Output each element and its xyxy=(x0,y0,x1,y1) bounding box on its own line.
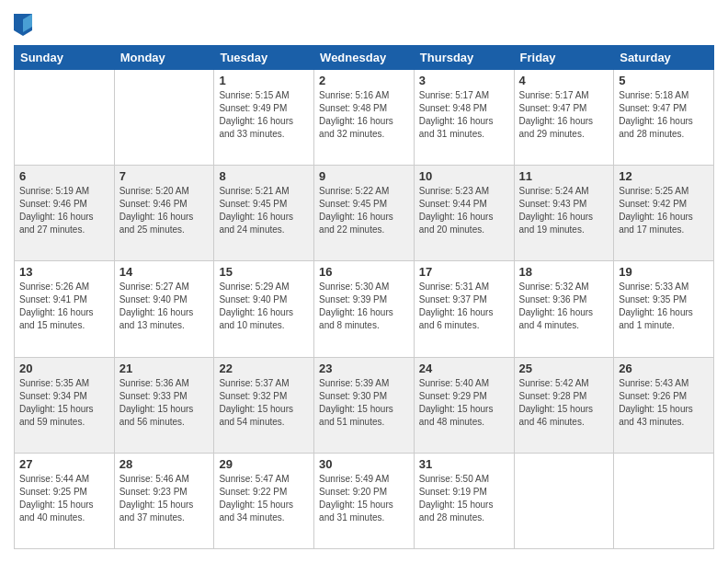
day-info: Sunrise: 5:46 AM Sunset: 9:23 PM Dayligh… xyxy=(119,473,210,524)
day-info: Sunrise: 5:18 AM Sunset: 9:47 PM Dayligh… xyxy=(619,89,709,141)
day-number: 12 xyxy=(619,169,709,183)
day-info: Sunrise: 5:43 AM Sunset: 9:26 PM Dayligh… xyxy=(619,377,709,429)
day-cell: 19Sunrise: 5:33 AM Sunset: 9:35 PM Dayli… xyxy=(614,261,714,357)
day-cell: 1Sunrise: 5:15 AM Sunset: 9:49 PM Daylig… xyxy=(214,70,314,166)
day-info: Sunrise: 5:22 AM Sunset: 9:45 PM Dayligh… xyxy=(319,185,409,236)
day-cell xyxy=(114,70,214,166)
day-number: 17 xyxy=(419,265,509,279)
day-number: 1 xyxy=(219,74,309,87)
weekday-header-thursday: Thursday xyxy=(414,46,514,70)
day-info: Sunrise: 5:27 AM Sunset: 9:40 PM Dayligh… xyxy=(119,281,210,332)
day-number: 11 xyxy=(519,169,609,183)
week-row-4: 20Sunrise: 5:35 AM Sunset: 9:34 PM Dayli… xyxy=(15,357,714,453)
day-cell: 28Sunrise: 5:46 AM Sunset: 9:23 PM Dayli… xyxy=(114,453,214,548)
day-info: Sunrise: 5:20 AM Sunset: 9:46 PM Dayligh… xyxy=(119,185,210,236)
day-cell: 7Sunrise: 5:20 AM Sunset: 9:46 PM Daylig… xyxy=(114,166,214,261)
day-cell: 10Sunrise: 5:23 AM Sunset: 9:44 PM Dayli… xyxy=(414,166,514,261)
day-cell: 27Sunrise: 5:44 AM Sunset: 9:25 PM Dayli… xyxy=(15,453,115,548)
day-number: 31 xyxy=(419,457,509,471)
day-info: Sunrise: 5:37 AM Sunset: 9:32 PM Dayligh… xyxy=(219,377,309,429)
day-cell: 29Sunrise: 5:47 AM Sunset: 9:22 PM Dayli… xyxy=(214,453,314,548)
day-info: Sunrise: 5:23 AM Sunset: 9:44 PM Dayligh… xyxy=(419,185,509,236)
day-cell: 9Sunrise: 5:22 AM Sunset: 9:45 PM Daylig… xyxy=(314,166,415,261)
day-info: Sunrise: 5:32 AM Sunset: 9:36 PM Dayligh… xyxy=(519,281,609,332)
day-number: 30 xyxy=(319,457,409,471)
page: SundayMondayTuesdayWednesdayThursdayFrid… xyxy=(0,0,728,563)
day-number: 18 xyxy=(519,265,609,279)
day-number: 2 xyxy=(319,74,409,87)
day-cell: 14Sunrise: 5:27 AM Sunset: 9:40 PM Dayli… xyxy=(114,261,214,357)
day-cell: 23Sunrise: 5:39 AM Sunset: 9:30 PM Dayli… xyxy=(314,357,415,453)
day-number: 15 xyxy=(219,265,309,279)
day-info: Sunrise: 5:29 AM Sunset: 9:40 PM Dayligh… xyxy=(219,281,309,332)
day-cell: 20Sunrise: 5:35 AM Sunset: 9:34 PM Dayli… xyxy=(15,357,115,453)
day-cell: 5Sunrise: 5:18 AM Sunset: 9:47 PM Daylig… xyxy=(614,70,714,166)
day-cell: 8Sunrise: 5:21 AM Sunset: 9:45 PM Daylig… xyxy=(214,166,314,261)
day-info: Sunrise: 5:24 AM Sunset: 9:43 PM Dayligh… xyxy=(519,185,609,236)
day-cell: 26Sunrise: 5:43 AM Sunset: 9:26 PM Dayli… xyxy=(614,357,714,453)
day-info: Sunrise: 5:42 AM Sunset: 9:28 PM Dayligh… xyxy=(519,377,609,429)
day-number: 29 xyxy=(219,457,309,471)
day-cell: 15Sunrise: 5:29 AM Sunset: 9:40 PM Dayli… xyxy=(214,261,314,357)
day-number: 13 xyxy=(19,265,109,279)
day-cell: 31Sunrise: 5:50 AM Sunset: 9:19 PM Dayli… xyxy=(414,453,514,548)
day-cell xyxy=(614,453,714,548)
week-row-1: 1Sunrise: 5:15 AM Sunset: 9:49 PM Daylig… xyxy=(15,70,714,166)
day-cell: 30Sunrise: 5:49 AM Sunset: 9:20 PM Dayli… xyxy=(314,453,415,548)
day-info: Sunrise: 5:33 AM Sunset: 9:35 PM Dayligh… xyxy=(619,281,709,332)
weekday-header-tuesday: Tuesday xyxy=(214,46,314,70)
day-number: 4 xyxy=(519,74,609,87)
day-info: Sunrise: 5:19 AM Sunset: 9:46 PM Dayligh… xyxy=(19,185,109,236)
day-info: Sunrise: 5:49 AM Sunset: 9:20 PM Dayligh… xyxy=(319,473,409,524)
weekday-header-monday: Monday xyxy=(114,46,214,70)
day-number: 24 xyxy=(419,362,509,375)
day-number: 23 xyxy=(319,362,409,375)
day-number: 27 xyxy=(19,457,109,471)
day-number: 20 xyxy=(19,362,109,375)
day-number: 16 xyxy=(319,265,409,279)
calendar: SundayMondayTuesdayWednesdayThursdayFrid… xyxy=(14,45,714,549)
day-info: Sunrise: 5:17 AM Sunset: 9:47 PM Dayligh… xyxy=(519,89,609,141)
day-info: Sunrise: 5:25 AM Sunset: 9:42 PM Dayligh… xyxy=(619,185,709,236)
day-number: 9 xyxy=(319,169,409,183)
day-number: 5 xyxy=(619,74,709,87)
weekday-header-friday: Friday xyxy=(514,46,614,70)
day-number: 22 xyxy=(219,362,309,375)
day-cell xyxy=(15,70,115,166)
day-info: Sunrise: 5:35 AM Sunset: 9:34 PM Dayligh… xyxy=(19,377,109,429)
day-info: Sunrise: 5:15 AM Sunset: 9:49 PM Dayligh… xyxy=(219,89,309,141)
weekday-header-sunday: Sunday xyxy=(15,46,115,70)
day-cell: 2Sunrise: 5:16 AM Sunset: 9:48 PM Daylig… xyxy=(314,70,415,166)
day-number: 8 xyxy=(219,169,309,183)
day-info: Sunrise: 5:26 AM Sunset: 9:41 PM Dayligh… xyxy=(19,281,109,332)
week-row-2: 6Sunrise: 5:19 AM Sunset: 9:46 PM Daylig… xyxy=(15,166,714,261)
day-cell: 18Sunrise: 5:32 AM Sunset: 9:36 PM Dayli… xyxy=(514,261,614,357)
day-cell: 4Sunrise: 5:17 AM Sunset: 9:47 PM Daylig… xyxy=(514,70,614,166)
day-number: 25 xyxy=(519,362,609,375)
day-cell: 25Sunrise: 5:42 AM Sunset: 9:28 PM Dayli… xyxy=(514,357,614,453)
day-number: 14 xyxy=(119,265,210,279)
day-info: Sunrise: 5:16 AM Sunset: 9:48 PM Dayligh… xyxy=(319,89,409,141)
day-number: 19 xyxy=(619,265,709,279)
day-info: Sunrise: 5:30 AM Sunset: 9:39 PM Dayligh… xyxy=(319,281,409,332)
week-row-3: 13Sunrise: 5:26 AM Sunset: 9:41 PM Dayli… xyxy=(15,261,714,357)
day-info: Sunrise: 5:31 AM Sunset: 9:37 PM Dayligh… xyxy=(419,281,509,332)
day-info: Sunrise: 5:47 AM Sunset: 9:22 PM Dayligh… xyxy=(219,473,309,524)
day-info: Sunrise: 5:39 AM Sunset: 9:30 PM Dayligh… xyxy=(319,377,409,429)
weekday-header-wednesday: Wednesday xyxy=(314,46,415,70)
day-info: Sunrise: 5:44 AM Sunset: 9:25 PM Dayligh… xyxy=(19,473,109,524)
day-cell: 13Sunrise: 5:26 AM Sunset: 9:41 PM Dayli… xyxy=(15,261,115,357)
day-cell: 24Sunrise: 5:40 AM Sunset: 9:29 PM Dayli… xyxy=(414,357,514,453)
day-number: 10 xyxy=(419,169,509,183)
logo xyxy=(14,14,36,36)
day-info: Sunrise: 5:17 AM Sunset: 9:48 PM Dayligh… xyxy=(419,89,509,141)
day-cell: 21Sunrise: 5:36 AM Sunset: 9:33 PM Dayli… xyxy=(114,357,214,453)
day-info: Sunrise: 5:50 AM Sunset: 9:19 PM Dayligh… xyxy=(419,473,509,524)
day-cell: 16Sunrise: 5:30 AM Sunset: 9:39 PM Dayli… xyxy=(314,261,415,357)
header xyxy=(14,14,714,36)
day-number: 21 xyxy=(119,362,210,375)
day-cell xyxy=(514,453,614,548)
day-number: 26 xyxy=(619,362,709,375)
day-info: Sunrise: 5:36 AM Sunset: 9:33 PM Dayligh… xyxy=(119,377,210,429)
day-info: Sunrise: 5:40 AM Sunset: 9:29 PM Dayligh… xyxy=(419,377,509,429)
